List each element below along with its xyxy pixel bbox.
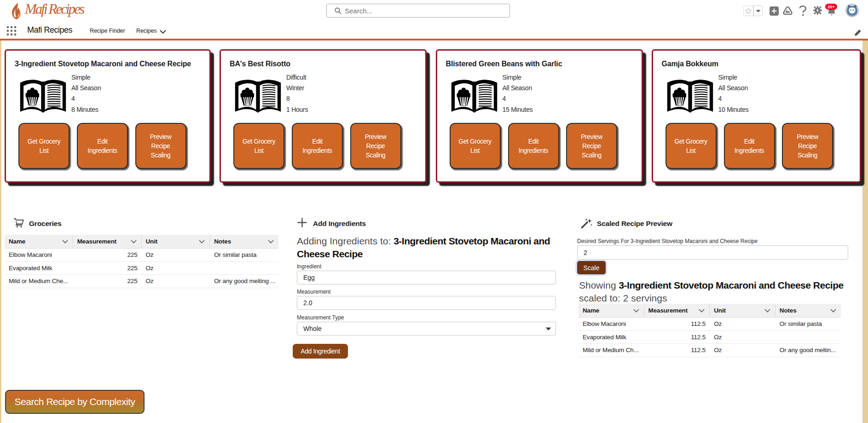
svg-text:Mafi Recipes: Mafi Recipes (24, 1, 85, 17)
